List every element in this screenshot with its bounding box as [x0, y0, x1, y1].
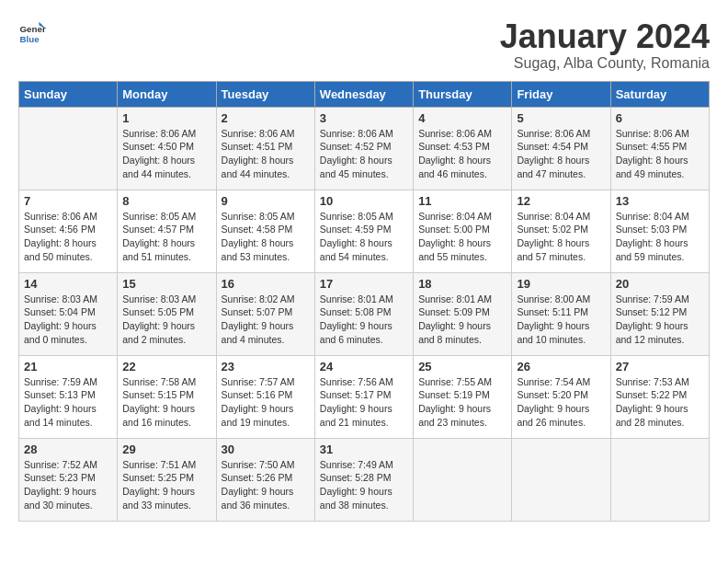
day-info: Sunrise: 7:49 AMSunset: 5:28 PMDaylight:…	[320, 458, 408, 512]
svg-text:Blue: Blue	[20, 34, 40, 44]
day-info: Sunrise: 8:03 AMSunset: 5:04 PMDaylight:…	[24, 293, 112, 347]
weekday-header-sunday: Sunday	[19, 81, 118, 107]
calendar-day-cell: 24Sunrise: 7:56 AMSunset: 5:17 PMDayligh…	[314, 355, 413, 438]
calendar-table: SundayMondayTuesdayWednesdayThursdayFrid…	[18, 81, 710, 522]
day-number: 14	[24, 277, 112, 291]
calendar-week-row: 28Sunrise: 7:52 AMSunset: 5:23 PMDayligh…	[19, 438, 710, 521]
day-number: 24	[320, 360, 408, 373]
day-info: Sunrise: 8:01 AMSunset: 5:09 PMDaylight:…	[418, 293, 506, 347]
day-number: 6	[616, 111, 704, 125]
weekday-header-friday: Friday	[512, 81, 610, 107]
title-block: January 2024 Sugag, Alba County, Romania	[500, 18, 710, 72]
calendar-day-cell: 29Sunrise: 7:51 AMSunset: 5:25 PMDayligh…	[118, 438, 216, 521]
day-number: 18	[418, 277, 506, 291]
day-info: Sunrise: 7:59 AMSunset: 5:13 PMDaylight:…	[24, 375, 112, 430]
day-info: Sunrise: 7:56 AMSunset: 5:17 PMDaylight:…	[320, 375, 408, 430]
calendar-day-cell	[19, 107, 118, 190]
day-info: Sunrise: 8:06 AMSunset: 4:51 PMDaylight:…	[222, 127, 310, 181]
day-info: Sunrise: 7:58 AMSunset: 5:15 PMDaylight:…	[122, 375, 210, 430]
logo-icon: General Blue	[18, 18, 46, 46]
calendar-day-cell: 8Sunrise: 8:05 AMSunset: 4:57 PMDaylight…	[118, 190, 216, 272]
month-title: January 2024	[500, 18, 710, 55]
day-number: 19	[517, 277, 605, 291]
day-info: Sunrise: 8:06 AMSunset: 4:56 PMDaylight:…	[24, 210, 112, 264]
calendar-day-cell: 4Sunrise: 8:06 AMSunset: 4:53 PMDaylight…	[414, 107, 512, 190]
calendar-day-cell: 31Sunrise: 7:49 AMSunset: 5:28 PMDayligh…	[314, 438, 413, 521]
day-info: Sunrise: 8:06 AMSunset: 4:50 PMDaylight:…	[122, 127, 210, 181]
calendar-day-cell: 22Sunrise: 7:58 AMSunset: 5:15 PMDayligh…	[118, 355, 216, 438]
calendar-day-cell: 20Sunrise: 7:59 AMSunset: 5:12 PMDayligh…	[610, 272, 709, 355]
calendar-header: SundayMondayTuesdayWednesdayThursdayFrid…	[19, 81, 710, 107]
day-number: 1	[122, 111, 210, 125]
calendar-day-cell: 3Sunrise: 8:06 AMSunset: 4:52 PMDaylight…	[314, 107, 413, 190]
calendar-day-cell: 10Sunrise: 8:05 AMSunset: 4:59 PMDayligh…	[314, 190, 413, 272]
day-number: 4	[418, 111, 506, 125]
calendar-day-cell	[512, 438, 610, 521]
calendar-day-cell: 9Sunrise: 8:05 AMSunset: 4:58 PMDaylight…	[216, 190, 314, 272]
day-number: 29	[122, 442, 210, 456]
calendar-day-cell: 28Sunrise: 7:52 AMSunset: 5:23 PMDayligh…	[19, 438, 118, 521]
day-info: Sunrise: 7:50 AMSunset: 5:26 PMDaylight:…	[222, 458, 310, 512]
calendar-day-cell: 13Sunrise: 8:04 AMSunset: 5:03 PMDayligh…	[610, 190, 709, 272]
calendar-day-cell: 15Sunrise: 8:03 AMSunset: 5:05 PMDayligh…	[118, 272, 216, 355]
day-info: Sunrise: 8:05 AMSunset: 4:58 PMDaylight:…	[222, 210, 310, 264]
calendar-week-row: 1Sunrise: 8:06 AMSunset: 4:50 PMDaylight…	[19, 107, 710, 190]
day-number: 25	[418, 360, 506, 373]
calendar-day-cell: 5Sunrise: 8:06 AMSunset: 4:54 PMDaylight…	[512, 107, 610, 190]
day-number: 2	[222, 111, 310, 125]
calendar-day-cell: 27Sunrise: 7:53 AMSunset: 5:22 PMDayligh…	[610, 355, 709, 438]
day-info: Sunrise: 8:04 AMSunset: 5:00 PMDaylight:…	[418, 210, 506, 264]
day-info: Sunrise: 8:06 AMSunset: 4:52 PMDaylight:…	[320, 127, 408, 181]
day-info: Sunrise: 8:01 AMSunset: 5:08 PMDaylight:…	[320, 293, 408, 347]
day-number: 31	[320, 442, 408, 456]
weekday-header-tuesday: Tuesday	[216, 81, 314, 107]
weekday-header-wednesday: Wednesday	[314, 81, 413, 107]
calendar-day-cell: 16Sunrise: 8:02 AMSunset: 5:07 PMDayligh…	[216, 272, 314, 355]
calendar-day-cell: 18Sunrise: 8:01 AMSunset: 5:09 PMDayligh…	[414, 272, 512, 355]
calendar-day-cell: 1Sunrise: 8:06 AMSunset: 4:50 PMDaylight…	[118, 107, 216, 190]
day-number: 17	[320, 277, 408, 291]
day-info: Sunrise: 8:05 AMSunset: 4:57 PMDaylight:…	[122, 210, 210, 264]
calendar-day-cell	[610, 438, 709, 521]
day-info: Sunrise: 7:55 AMSunset: 5:19 PMDaylight:…	[418, 375, 506, 430]
day-info: Sunrise: 8:06 AMSunset: 4:53 PMDaylight:…	[418, 127, 506, 181]
day-number: 22	[122, 360, 210, 373]
weekday-header-row: SundayMondayTuesdayWednesdayThursdayFrid…	[19, 81, 710, 107]
calendar-day-cell: 19Sunrise: 8:00 AMSunset: 5:11 PMDayligh…	[512, 272, 610, 355]
page-header: General Blue January 2024 Sugag, Alba Co…	[18, 18, 710, 72]
day-info: Sunrise: 8:06 AMSunset: 4:54 PMDaylight:…	[517, 127, 605, 181]
day-number: 16	[222, 277, 310, 291]
calendar-day-cell: 25Sunrise: 7:55 AMSunset: 5:19 PMDayligh…	[414, 355, 512, 438]
weekday-header-saturday: Saturday	[610, 81, 709, 107]
calendar-day-cell: 26Sunrise: 7:54 AMSunset: 5:20 PMDayligh…	[512, 355, 610, 438]
calendar-day-cell: 17Sunrise: 8:01 AMSunset: 5:08 PMDayligh…	[314, 272, 413, 355]
calendar-day-cell: 21Sunrise: 7:59 AMSunset: 5:13 PMDayligh…	[19, 355, 118, 438]
day-number: 21	[24, 360, 112, 373]
day-number: 30	[222, 442, 310, 456]
day-number: 3	[320, 111, 408, 125]
day-info: Sunrise: 8:04 AMSunset: 5:03 PMDaylight:…	[616, 210, 704, 264]
day-number: 9	[222, 194, 310, 208]
day-info: Sunrise: 8:05 AMSunset: 4:59 PMDaylight:…	[320, 210, 408, 264]
calendar-week-row: 14Sunrise: 8:03 AMSunset: 5:04 PMDayligh…	[19, 272, 710, 355]
day-info: Sunrise: 8:06 AMSunset: 4:55 PMDaylight:…	[616, 127, 704, 181]
calendar-day-cell: 14Sunrise: 8:03 AMSunset: 5:04 PMDayligh…	[19, 272, 118, 355]
day-number: 13	[616, 194, 704, 208]
weekday-header-monday: Monday	[118, 81, 216, 107]
day-number: 5	[517, 111, 605, 125]
day-number: 26	[517, 360, 605, 373]
calendar-day-cell: 23Sunrise: 7:57 AMSunset: 5:16 PMDayligh…	[216, 355, 314, 438]
day-number: 23	[222, 360, 310, 373]
day-number: 12	[517, 194, 605, 208]
day-info: Sunrise: 7:59 AMSunset: 5:12 PMDaylight:…	[616, 293, 704, 347]
day-number: 11	[418, 194, 506, 208]
location: Sugag, Alba County, Romania	[500, 55, 710, 72]
weekday-header-thursday: Thursday	[414, 81, 512, 107]
day-info: Sunrise: 7:53 AMSunset: 5:22 PMDaylight:…	[616, 375, 704, 430]
day-info: Sunrise: 7:57 AMSunset: 5:16 PMDaylight:…	[222, 375, 310, 430]
day-info: Sunrise: 8:04 AMSunset: 5:02 PMDaylight:…	[517, 210, 605, 264]
day-number: 15	[122, 277, 210, 291]
day-info: Sunrise: 7:51 AMSunset: 5:25 PMDaylight:…	[122, 458, 210, 512]
calendar-week-row: 7Sunrise: 8:06 AMSunset: 4:56 PMDaylight…	[19, 190, 710, 272]
calendar-day-cell: 12Sunrise: 8:04 AMSunset: 5:02 PMDayligh…	[512, 190, 610, 272]
